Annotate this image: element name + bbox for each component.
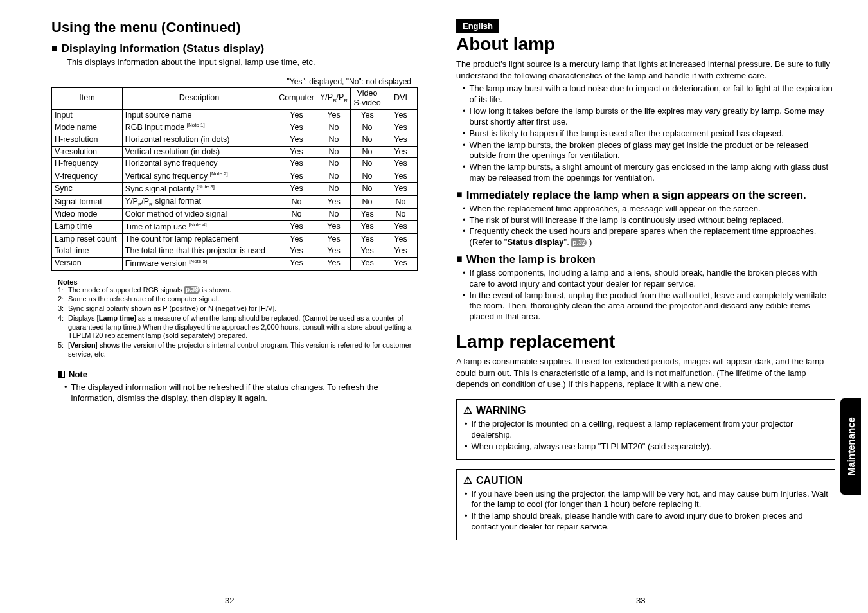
- page-number-right: 33: [636, 596, 645, 605]
- th-computer: Computer: [276, 87, 317, 109]
- list-item: •When the replacement time approaches, a…: [463, 204, 835, 215]
- caution-label: CAUTION: [476, 475, 523, 486]
- status-table: Item Description Computer Y/PB/PR Video …: [51, 87, 418, 271]
- table-row: Lamp reset countThe count for lamp repla…: [52, 233, 418, 245]
- list-item: •Frequently check the used hours and pre…: [463, 226, 835, 248]
- replace-bullets: •When the replacement time approaches, a…: [463, 204, 835, 249]
- table-header-row: Item Description Computer Y/PB/PR Video …: [52, 87, 418, 109]
- broken-heading: When the lamp is broken: [466, 253, 596, 266]
- table-row: InputInput source nameYesYesYesYes: [52, 109, 418, 121]
- th-ypbpr: Y/PB/PR: [317, 87, 351, 109]
- about-lamp-title: About lamp: [456, 34, 835, 55]
- table-row: Video modeColor method of video signalNo…: [52, 209, 418, 221]
- about-intro: The product's light source is a mercury …: [456, 58, 835, 81]
- lamp-replacement-title: Lamp replacement: [456, 332, 835, 352]
- list-item: •Burst is likely to happen if the lamp i…: [463, 129, 835, 139]
- warning-box: ⚠ WARNING •If the projector is mounted o…: [456, 399, 835, 460]
- caution-bullets: •If you have been using the projector, t…: [465, 489, 828, 533]
- warning-bullets: •If the projector is mounted on a ceilin…: [465, 419, 828, 452]
- square-bullet-icon: ■: [456, 189, 463, 200]
- list-item: •If glass components, including a lamp a…: [463, 268, 835, 290]
- note-item: 2:Same as the refresh rate of the comput…: [58, 295, 418, 304]
- table-row: Mode nameRGB input mode [Note 1]YesNoNoY…: [52, 121, 418, 134]
- warning-icon: ⚠: [463, 405, 472, 416]
- list-item: •If the projector is mounted on a ceilin…: [465, 419, 828, 441]
- th-video: Video S-video: [351, 87, 384, 109]
- note-item: 5:[Version] shows the version of the pro…: [58, 341, 418, 359]
- square-bullet-icon: ■: [456, 253, 463, 265]
- table-row: V-frequencyVertical sync frequency [Note…: [52, 170, 418, 183]
- list-item: •In the event of lamp burst, unplug the …: [463, 290, 835, 323]
- notes-list: 1:The mode of supported RGB signals p.39…: [58, 286, 418, 359]
- broken-bullets: •If glass components, including a lamp a…: [463, 268, 835, 323]
- table-caption: "Yes": displayed, "No": not displayed: [51, 77, 411, 86]
- maintenance-tab: Maintenance: [840, 398, 861, 495]
- page-title-left: Using the menu (Continued): [51, 19, 418, 36]
- list-item: •The lamp may burst with a loud noise du…: [463, 84, 835, 105]
- list-item: •If the lamp should break, please handle…: [465, 511, 828, 533]
- replace-heading: Immediately replace the lamp when a sign…: [466, 189, 806, 202]
- table-row: Total timeThe total time that this proje…: [52, 245, 418, 258]
- about-bullets: •The lamp may burst with a loud noise du…: [463, 84, 835, 184]
- list-item: •When the lamp bursts, a slight amount o…: [463, 162, 835, 184]
- list-item: •The risk of burst will increase if the …: [463, 215, 835, 226]
- table-row: H-resolutionHorizontal resolution (in do…: [52, 134, 418, 147]
- list-item: •How long it takes before the lamp burst…: [463, 106, 835, 128]
- note-label: Note: [69, 369, 87, 379]
- list-item: •If you have been using the projector, t…: [465, 489, 828, 511]
- page-number-left: 32: [225, 596, 234, 605]
- table-row: SyncSync signal polarity [Note 3]YesNoNo…: [52, 182, 418, 195]
- table-row: H-frequencyHorizontal sync frequencyYesN…: [52, 158, 418, 170]
- list-item: •When replacing, always use lamp "TLPLMT…: [465, 441, 828, 452]
- square-bullet-icon: ■: [51, 42, 58, 54]
- caution-icon: ⚠: [463, 475, 472, 486]
- table-row: V-resolutionVertical resolution (in dots…: [52, 146, 418, 158]
- note-item: 3:Sync signal polarity shown as P (posit…: [58, 305, 418, 314]
- warning-label: WARNING: [476, 405, 526, 416]
- table-row: Signal formatY/PB/PR signal formatNoYesN…: [52, 195, 418, 209]
- th-dvi: DVI: [384, 87, 418, 109]
- section-heading-status: Displaying Information (Status display): [62, 42, 264, 55]
- note-item: 4:Displays [Lamp time] as a measure of w…: [58, 314, 418, 341]
- caution-box: ⚠ CAUTION •If you have been using the pr…: [456, 469, 835, 541]
- table-row: Lamp timeTime of lamp use [Note 4]YesYes…: [52, 220, 418, 233]
- language-tag: English: [456, 19, 499, 33]
- section-subtext: This displays information about the inpu…: [67, 57, 418, 67]
- note-bullet: • The displayed information will not be …: [64, 382, 418, 404]
- notes-title: Notes: [58, 278, 418, 286]
- replacement-intro: A lamp is consumable supplies. If used f…: [456, 356, 835, 390]
- th-item: Item: [52, 87, 123, 109]
- note-item: 1:The mode of supported RGB signals p.39…: [58, 286, 418, 295]
- list-item: •When the lamp bursts, the broken pieces…: [463, 140, 835, 162]
- table-row: VersionFirmware version [Note 5]YesYesYe…: [52, 257, 418, 270]
- th-desc: Description: [122, 87, 276, 109]
- note-icon: [58, 371, 65, 378]
